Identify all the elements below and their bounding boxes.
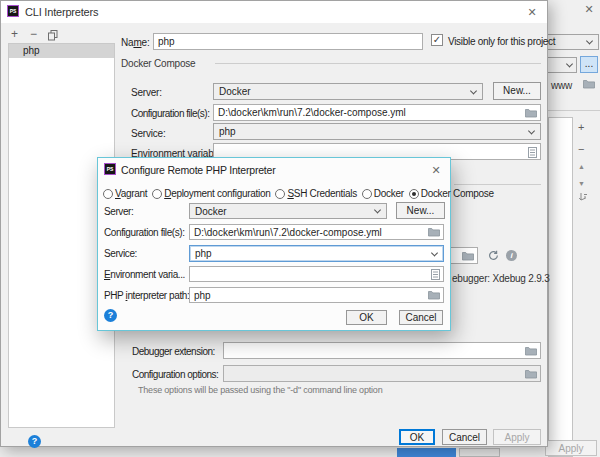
configuration-options-label: Configuration options: bbox=[132, 369, 218, 380]
folder-icon[interactable] bbox=[525, 108, 537, 120]
server-label: Server: bbox=[104, 206, 188, 217]
remove-interpreter-icon[interactable]: − bbox=[30, 29, 37, 39]
interpreter-type-radio-group: Vagrant Deployment configuration SSH Cre… bbox=[103, 188, 449, 199]
chevron-down-icon bbox=[374, 206, 381, 213]
chevron-down-icon bbox=[431, 249, 438, 256]
chevron-down-icon bbox=[566, 60, 573, 67]
folder-icon[interactable] bbox=[525, 369, 537, 381]
apply-button[interactable]: Apply bbox=[493, 429, 541, 445]
background-dropdown-interpreter[interactable] bbox=[547, 57, 577, 73]
close-icon[interactable]: ✕ bbox=[428, 162, 444, 178]
background-cancel-button-fragment[interactable] bbox=[459, 448, 500, 457]
move-down-icon[interactable]: ▼ bbox=[578, 179, 585, 189]
general-section-separator-fragment bbox=[454, 184, 541, 185]
folder-icon[interactable] bbox=[462, 251, 474, 263]
visible-only-checkbox[interactable]: ✓ bbox=[431, 34, 443, 46]
info-icon[interactable]: i bbox=[506, 250, 517, 261]
service-label: Service: bbox=[131, 128, 166, 139]
server-dropdown[interactable]: Docker bbox=[213, 83, 483, 100]
copy-interpreter-icon[interactable] bbox=[48, 30, 58, 43]
php-interpreter-path-label: PHP interpreter path: bbox=[104, 290, 192, 301]
folder-icon[interactable] bbox=[428, 227, 440, 239]
browse-interpreters-button[interactable]: ... bbox=[580, 56, 598, 73]
dialog-title: CLI Interpreters bbox=[25, 6, 98, 18]
server-label: Server: bbox=[131, 87, 162, 98]
radio-docker-compose[interactable]: Docker Compose bbox=[409, 188, 494, 199]
help-icon[interactable]: ? bbox=[104, 309, 117, 322]
name-label: Name: bbox=[121, 37, 149, 48]
background-separator bbox=[545, 110, 600, 111]
help-icon[interactable]: ? bbox=[28, 435, 41, 448]
server-dropdown[interactable]: Docker bbox=[189, 203, 387, 219]
service-dropdown[interactable]: php bbox=[213, 123, 541, 140]
radio-icon bbox=[103, 189, 113, 199]
debugger-extension-label: Debugger extension: bbox=[132, 346, 215, 357]
configuration-files-input[interactable]: D:\docker\km\run\7.2\docker-compose.yml bbox=[189, 224, 444, 240]
visible-only-label: Visible only for this project bbox=[448, 36, 555, 47]
add-interpreter-icon[interactable]: + bbox=[11, 29, 18, 39]
service-label: Service: bbox=[104, 248, 188, 259]
list-item-php[interactable]: php bbox=[9, 44, 114, 58]
options-note: These options will be passed using the "… bbox=[138, 385, 382, 395]
background-ok-button-fragment[interactable] bbox=[397, 448, 456, 457]
new-server-button[interactable]: New... bbox=[493, 82, 541, 100]
chevron-down-icon bbox=[586, 37, 593, 44]
folder-icon[interactable] bbox=[583, 79, 595, 91]
phpstorm-logo-icon: PS bbox=[7, 5, 19, 17]
radio-deployment-configuration[interactable]: Deployment configuration bbox=[152, 188, 270, 199]
php-executable-input-fragment[interactable] bbox=[448, 247, 478, 264]
configuration-options-input[interactable] bbox=[223, 365, 541, 382]
environment-variables-input[interactable] bbox=[189, 266, 444, 282]
section-separator bbox=[215, 63, 541, 64]
php-interpreter-path-input[interactable]: php bbox=[189, 287, 444, 303]
cancel-button[interactable]: Cancel bbox=[442, 429, 487, 445]
env-list-icon[interactable] bbox=[528, 147, 537, 160]
ok-button[interactable]: OK bbox=[399, 429, 435, 445]
sort-icon[interactable] bbox=[578, 192, 588, 204]
background-list-panel bbox=[548, 117, 573, 457]
debugger-extension-input[interactable] bbox=[223, 342, 541, 359]
radio-icon bbox=[362, 189, 372, 199]
radio-selected-icon bbox=[409, 189, 419, 199]
service-dropdown-focused[interactable]: php bbox=[189, 245, 444, 262]
debugger-version-text-fragment: ebugger: Xdebug 2.9.3 bbox=[452, 273, 550, 284]
cancel-button[interactable]: Cancel bbox=[399, 310, 443, 325]
name-input[interactable]: php bbox=[153, 33, 423, 50]
configuration-files-input[interactable]: D:\docker\km\run\7.2\docker-compose.yml bbox=[213, 104, 541, 121]
radio-ssh-credentials[interactable]: SSH Credentials bbox=[275, 188, 356, 199]
radio-docker[interactable]: Docker bbox=[362, 188, 404, 199]
docker-compose-section-title: Docker Compose bbox=[121, 58, 195, 69]
close-icon[interactable]: ✕ bbox=[581, 1, 597, 17]
env-list-icon[interactable] bbox=[431, 269, 440, 282]
new-server-button[interactable]: New... bbox=[396, 202, 445, 219]
modal-title: Configure Remote PHP Interpreter bbox=[121, 164, 275, 176]
radio-icon bbox=[152, 189, 162, 199]
background-settings-window: ✕ ... www + − ▲ ▼ bbox=[545, 0, 600, 457]
add-icon[interactable]: + bbox=[578, 122, 584, 132]
phpstorm-logo-icon: PS bbox=[104, 163, 116, 175]
environment-variables-label: Environment varia... bbox=[104, 269, 188, 280]
ok-button[interactable]: OK bbox=[346, 310, 387, 325]
configuration-files-label: Configuration file(s): bbox=[104, 227, 188, 238]
docroot-value: www bbox=[551, 80, 572, 91]
close-icon[interactable]: ✕ bbox=[524, 4, 540, 20]
chevron-down-icon bbox=[528, 127, 535, 134]
configuration-files-label: Configuration file(s): bbox=[131, 108, 209, 119]
folder-icon[interactable] bbox=[525, 346, 537, 358]
dialog-title-bar: PS CLI Interpreters ✕ bbox=[1, 1, 547, 23]
configure-remote-php-interpreter-dialog: PS Configure Remote PHP Interpreter ✕ Va… bbox=[97, 157, 451, 331]
remove-icon[interactable]: − bbox=[578, 144, 584, 154]
folder-icon[interactable] bbox=[428, 290, 440, 302]
move-up-icon[interactable]: ▲ bbox=[578, 162, 585, 172]
chevron-down-icon bbox=[470, 87, 477, 94]
radio-icon bbox=[275, 189, 285, 199]
refresh-icon[interactable] bbox=[488, 250, 499, 263]
radio-vagrant[interactable]: Vagrant bbox=[103, 188, 147, 199]
background-apply-button[interactable]: Apply bbox=[545, 440, 597, 456]
